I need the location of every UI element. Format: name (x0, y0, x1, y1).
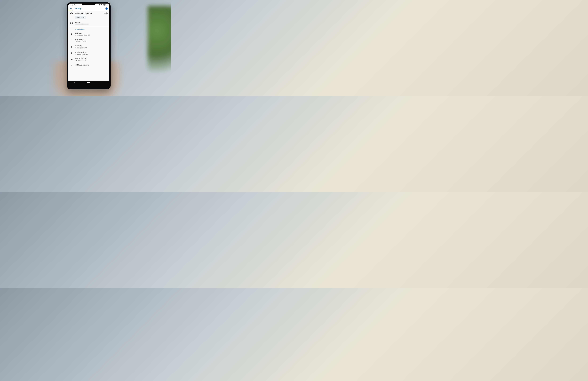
cloud-done-icon (70, 12, 73, 14)
back-arrow-icon[interactable] (70, 7, 72, 10)
nav-home-pill[interactable] (87, 83, 90, 83)
wifi-icon (101, 4, 102, 5)
screen: 11:18 84% (68, 3, 109, 85)
list-item-app-data[interactable]: App data 0 minutes ago, 11:17 AM (68, 31, 109, 37)
svg-rect-9 (71, 34, 72, 35)
backup-now-button[interactable]: Back up now (75, 16, 86, 19)
item-subtitle: 0 minutes ago, 11:17 AM (75, 34, 107, 36)
svg-rect-8 (71, 34, 71, 35)
account-label: Account (75, 21, 107, 23)
list-item-contacts[interactable]: Contacts 3 days ago, 8:03 PM (68, 43, 109, 50)
account-row[interactable]: Account xxxxxxxxxx@xxxxx.xxx (68, 20, 109, 26)
android-nav-bar: ‹ (68, 81, 109, 85)
phone-icon (70, 39, 73, 42)
backup-toggle[interactable] (104, 13, 107, 14)
gear-icon (70, 52, 73, 54)
svg-point-1 (71, 22, 72, 23)
svg-rect-3 (71, 33, 72, 34)
image-icon (70, 59, 73, 61)
item-title: Contacts (75, 45, 107, 47)
person-icon (70, 46, 73, 48)
battery-percent: 84% (105, 4, 108, 5)
account-icon (70, 22, 73, 24)
signal-icon (103, 4, 104, 5)
item-subtitle: 6 hours ago, 4:54 AM (75, 53, 107, 55)
item-title: Device settings (75, 51, 107, 53)
item-title: Call history (75, 39, 107, 40)
list-item-photos-videos[interactable]: Photos & videos Yesterday, 7:11 PM (68, 56, 109, 63)
vibrate-icon (99, 4, 100, 5)
message-icon (70, 64, 73, 66)
nav-back-icon[interactable]: ‹ (74, 82, 75, 84)
item-title: App data (75, 32, 107, 34)
backup-to-drive-row[interactable]: Back up to Google Drive (68, 11, 109, 16)
backup-toggle-label: Back up to Google Drive (75, 12, 101, 14)
notch (82, 2, 96, 5)
help-icon[interactable]: ? (105, 7, 108, 10)
list-item-sms[interactable]: SMS text messages (68, 63, 109, 66)
page-title: Backup (75, 7, 81, 10)
item-subtitle: Yesterday, 8:48 PM (75, 41, 107, 42)
item-subtitle: Yesterday, 7:11 PM (75, 60, 107, 61)
svg-rect-2 (71, 33, 71, 34)
svg-rect-10 (72, 34, 72, 35)
list-item-device-settings[interactable]: Device settings 6 hours ago, 4:54 AM (68, 50, 109, 56)
item-title: Photos & videos (75, 58, 107, 59)
phone-frame: 11:18 84% (67, 2, 110, 89)
battery-icon (104, 4, 105, 5)
active-backups-header: Active backups (68, 27, 109, 31)
svg-rect-4 (72, 33, 72, 34)
svg-rect-5 (71, 34, 71, 34)
item-title: SMS text messages (75, 64, 107, 66)
app-bar: Backup ? (68, 6, 109, 11)
status-time: 11:18 (70, 4, 73, 5)
divider (68, 27, 109, 27)
account-email: xxxxxxxxxx@xxxxx.xxx (75, 23, 107, 25)
apps-icon (70, 33, 73, 35)
svg-rect-6 (71, 34, 72, 34)
item-subtitle: 3 days ago, 8:03 PM (75, 47, 107, 48)
progress-indicator (68, 11, 73, 11)
svg-rect-7 (72, 34, 72, 34)
cloud-icon (74, 4, 76, 5)
list-item-call-history[interactable]: Call history Yesterday, 8:48 PM (68, 37, 109, 43)
